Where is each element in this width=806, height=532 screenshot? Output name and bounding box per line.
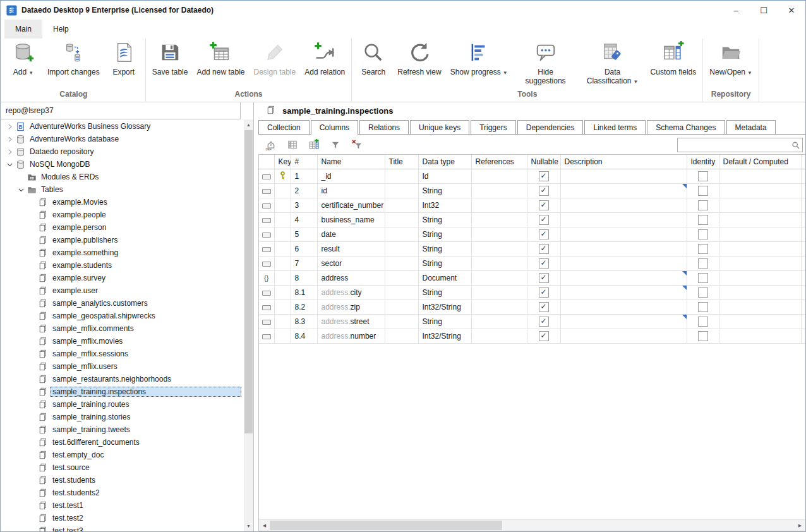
grid-row-8-1[interactable]: 8.1address.cityString (259, 286, 805, 300)
tree-item-sample-geospatial-shipwrecks[interactable]: sample_geospatial.shipwrecks (1, 310, 243, 322)
tree-item-label[interactable]: example.survey (50, 273, 241, 283)
identity-cell[interactable] (687, 271, 719, 286)
description-cell[interactable] (560, 315, 687, 329)
grid-scrollbar-thumb[interactable] (270, 521, 502, 530)
default-computed-cell[interactable] (719, 286, 801, 300)
tree-item-test-test2[interactable]: test.test2 (1, 512, 243, 524)
data-type-cell[interactable]: Document (418, 271, 471, 286)
identity-cell[interactable] (687, 300, 719, 315)
clipped-cell[interactable] (801, 315, 805, 329)
chevron-right-icon[interactable] (3, 134, 16, 144)
name-cell[interactable]: date (317, 227, 385, 242)
key-cell[interactable] (274, 184, 291, 198)
default-computed-cell[interactable] (719, 242, 801, 257)
identity-cell[interactable] (687, 286, 719, 300)
tree-item-label[interactable]: test.source (50, 462, 241, 473)
references-cell[interactable] (471, 242, 527, 257)
tree-item-label[interactable]: sample_mflix.sessions (50, 349, 241, 359)
add-column-icon[interactable] (308, 138, 320, 150)
tree-item-example-people[interactable]: example.people (1, 209, 243, 221)
tree-item-sample-restaurants-neighborhoods[interactable]: sample_restaurants.neighborhoods (1, 373, 243, 385)
grid-view-icon[interactable] (286, 138, 298, 150)
ordinal-cell[interactable]: 4 (291, 213, 317, 227)
identity-cell[interactable] (687, 329, 719, 344)
tree-item-test-source[interactable]: test.source (1, 461, 243, 474)
description-cell[interactable] (560, 286, 687, 300)
clipped-cell[interactable] (801, 286, 805, 300)
tab-schema-changes[interactable]: Schema Changes (647, 120, 725, 134)
name-cell[interactable]: address.city (317, 286, 385, 300)
name-cell[interactable]: business_name (317, 213, 385, 227)
identity-cell[interactable] (687, 257, 719, 271)
identity-checkbox[interactable] (698, 186, 708, 196)
default-computed-cell[interactable] (719, 315, 801, 329)
tree-item-sample-training-inspections[interactable]: sample_training.inspections (1, 385, 243, 398)
column-header-references[interactable]: References (471, 155, 527, 169)
nullable-checkbox[interactable] (539, 287, 549, 298)
clear-filter-icon[interactable] (351, 138, 363, 150)
column-header-default-computed[interactable]: Default / Computed (719, 155, 801, 169)
tree-item-sample-training-routes[interactable]: sample_training.routes (1, 398, 243, 411)
filter-icon[interactable] (329, 138, 341, 150)
grid-row-7[interactable]: 7sectorString (259, 257, 805, 271)
tree-item-example-person[interactable]: example.person (1, 221, 243, 234)
nullable-checkbox[interactable] (539, 215, 549, 225)
identity-checkbox[interactable] (698, 244, 708, 254)
tree-item-label[interactable]: Modules & ERDs (39, 172, 241, 182)
tree-scrollbar-thumb[interactable] (244, 130, 253, 433)
grid-row-5[interactable]: 5dateString (259, 227, 805, 242)
clipped-cell[interactable] (801, 184, 805, 198)
identity-checkbox[interactable] (698, 229, 708, 239)
clipped-cell[interactable] (801, 300, 805, 315)
tab-unique-keys[interactable]: Unique keys (410, 120, 469, 134)
nullable-checkbox[interactable] (539, 273, 549, 283)
data-type-cell[interactable]: String (418, 315, 471, 329)
nullable-checkbox[interactable] (539, 200, 549, 210)
tree-item-label[interactable]: sample_restaurants.neighborhoods (50, 374, 241, 384)
column-header-[interactable]: # (291, 155, 317, 169)
tree-item-test-students2[interactable]: test.students2 (1, 487, 243, 499)
scroll-up-icon[interactable]: ▲ (244, 120, 253, 130)
references-cell[interactable] (471, 198, 527, 213)
column-header-identity[interactable]: Identity (687, 155, 719, 169)
grid-row-8-4[interactable]: 8.4address.numberInt32/String (259, 329, 805, 344)
custom-fields-button[interactable]: Custom fields (646, 39, 701, 76)
close-button[interactable]: ✕ (778, 1, 805, 20)
grid-row-8[interactable]: {}8addressDocument (259, 271, 805, 286)
key-cell[interactable] (274, 227, 291, 242)
name-cell[interactable]: address.street (317, 315, 385, 329)
tree-item-label[interactable]: example.user (50, 286, 241, 296)
ordinal-cell[interactable]: 6 (291, 242, 317, 257)
nullable-cell[interactable] (527, 329, 560, 344)
key-cell[interactable] (274, 242, 291, 257)
grid-row-8-2[interactable]: 8.2address.zipInt32/String (259, 300, 805, 315)
nullable-cell[interactable] (527, 198, 560, 213)
tree-item-dataedo-repository[interactable]: Dataedo repository (1, 145, 243, 158)
search-small-icon[interactable] (791, 140, 801, 150)
tree-item-test-test3[interactable]: test.test3 (1, 524, 243, 531)
tree-item-example-something[interactable]: example.something (1, 246, 243, 259)
grid-row-2[interactable]: 2idString (259, 184, 805, 198)
nullable-cell[interactable] (527, 257, 560, 271)
tree-item-label[interactable]: example.Movies (50, 197, 241, 207)
key-cell[interactable] (274, 271, 291, 286)
name-cell[interactable]: sector (317, 257, 385, 271)
scroll-down-icon[interactable]: ▼ (244, 521, 253, 531)
tree-item-label[interactable]: test.students (50, 475, 241, 485)
identity-checkbox[interactable] (698, 317, 708, 327)
data-type-cell[interactable]: Int32 (418, 198, 471, 213)
tree-item-label[interactable]: example.something (50, 248, 241, 258)
description-cell[interactable] (560, 227, 687, 242)
ordinal-cell[interactable]: 8 (291, 271, 317, 286)
tree-scrollbar[interactable]: ▲ ▼ (244, 119, 253, 531)
title-cell[interactable] (385, 184, 418, 198)
key-cell[interactable] (274, 315, 291, 329)
show-progress-button[interactable]: Show progress▼ (446, 39, 512, 76)
tree-item-example-students[interactable]: example.students (1, 259, 243, 272)
row-indicator-cell[interactable] (259, 286, 274, 300)
tree-item-sample-training-stories[interactable]: sample_training.stories (1, 411, 243, 423)
title-cell[interactable] (385, 286, 418, 300)
description-cell[interactable] (560, 257, 687, 271)
nullable-checkbox[interactable] (539, 244, 549, 254)
tree-item-example-survey[interactable]: example.survey (1, 272, 243, 284)
